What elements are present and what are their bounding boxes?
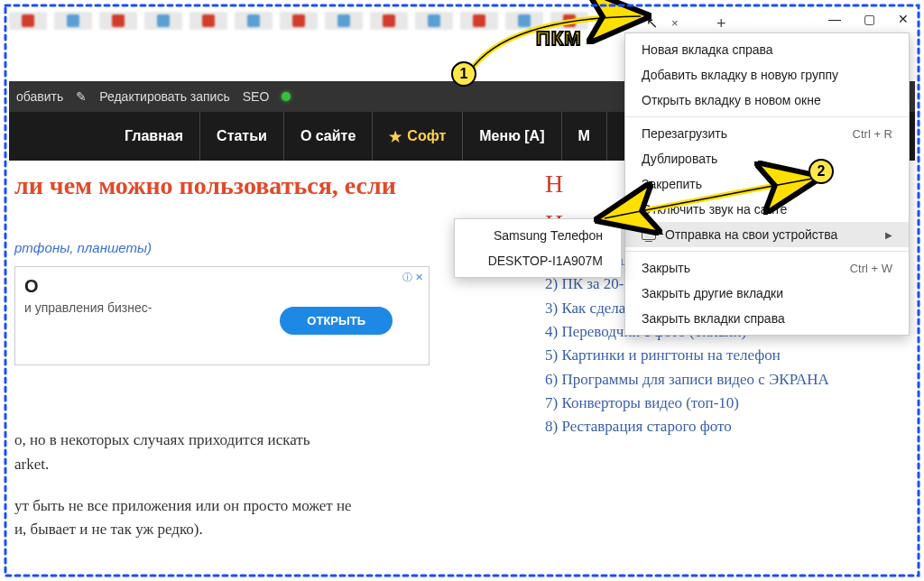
browser-tab[interactable] xyxy=(415,12,453,30)
ad-info-close[interactable]: ⓘ ✕ xyxy=(402,271,423,284)
browser-tab[interactable] xyxy=(99,12,137,30)
device-item-desktop[interactable]: DESKTOP-I1A907M xyxy=(455,248,621,273)
shortcut-label: Ctrl + R xyxy=(853,127,892,141)
article-subline: ртфоны, планшеты) xyxy=(14,240,523,255)
nav-menu-m[interactable]: М xyxy=(562,112,607,161)
ctx-open-new-window[interactable]: Открыть вкладку в новом окне xyxy=(625,88,909,113)
browser-tab[interactable] xyxy=(325,12,363,30)
ad-box: ⓘ ✕ О и управления бизнес- ОТКРЫТЬ xyxy=(14,266,430,365)
toolbar-edit[interactable]: Редактировать запись xyxy=(99,89,230,104)
nav-articles[interactable]: Статьи xyxy=(200,112,284,161)
annotation-arrow xyxy=(596,171,830,244)
ctx-close-others[interactable]: Закрыть другие вкладки xyxy=(625,281,909,306)
maximize-button[interactable]: ▢ xyxy=(861,11,877,27)
window-controls: — ▢ ✕ xyxy=(827,11,911,27)
article-headline: ли чем можно пользоваться, если xyxy=(14,170,523,202)
ctx-close-right[interactable]: Закрыть вкладки справа xyxy=(625,306,909,331)
browser-tab[interactable] xyxy=(9,12,47,30)
toolbar-seo[interactable]: SEO xyxy=(243,89,270,104)
nav-menu-a[interactable]: Меню [А] xyxy=(463,112,561,161)
nav-soft[interactable]: Софт xyxy=(373,112,463,161)
body-text: ут быть не все приложения или он просто … xyxy=(14,494,523,542)
ctx-add-to-group[interactable]: Добавить вкладку в новую группу xyxy=(625,62,909,88)
ad-title: О xyxy=(24,276,420,297)
close-window-button[interactable]: ✕ xyxy=(895,11,911,27)
ctx-close-tab[interactable]: ЗакрытьCtrl + W xyxy=(625,255,909,281)
ctx-reload[interactable]: ПерезагрузитьCtrl + R xyxy=(625,121,909,146)
annotation-badge-1: 1 xyxy=(451,61,476,87)
body-text: о, но в некоторых случаях приходится иск… xyxy=(14,429,523,476)
sidebar-link[interactable]: 5) Картинки и рингтоны на телефон xyxy=(545,344,906,367)
sidebar-link[interactable]: 7) Конверторы видео (топ-10) xyxy=(545,392,906,415)
nav-home[interactable]: Главная xyxy=(108,112,200,161)
sidebar-link[interactable]: 8) Реставрация старого фото xyxy=(545,415,906,438)
chevron-right-icon: ▶ xyxy=(885,230,892,240)
browser-tab[interactable] xyxy=(189,12,227,30)
browser-tab[interactable] xyxy=(370,12,408,30)
minimize-button[interactable]: — xyxy=(827,11,843,27)
browser-tab[interactable] xyxy=(280,12,318,30)
tab-close-icon[interactable]: × xyxy=(671,16,679,30)
ctx-duplicate[interactable]: Дублировать xyxy=(625,146,909,171)
browser-tab[interactable] xyxy=(235,12,273,30)
ctx-new-tab-right[interactable]: Новая вкладка справа xyxy=(625,37,909,62)
shortcut-label: Ctrl + W xyxy=(850,262,892,275)
annotation-pkm-label: ПКМ xyxy=(536,27,582,51)
sidebar-link[interactable]: 6) Программы для записи видео с ЭКРАНА xyxy=(545,368,906,392)
ad-open-button[interactable]: ОТКРЫТЬ xyxy=(280,307,393,335)
annotation-badge-2: 2 xyxy=(808,159,834,184)
nav-about[interactable]: О сайте xyxy=(284,112,373,161)
seo-status-icon xyxy=(282,92,291,101)
browser-tab[interactable] xyxy=(144,12,182,30)
pencil-icon: ✎ xyxy=(76,89,87,104)
toolbar-add[interactable]: обавить xyxy=(16,89,63,104)
browser-tab[interactable] xyxy=(54,12,92,30)
new-tab-button[interactable]: + xyxy=(716,14,726,33)
